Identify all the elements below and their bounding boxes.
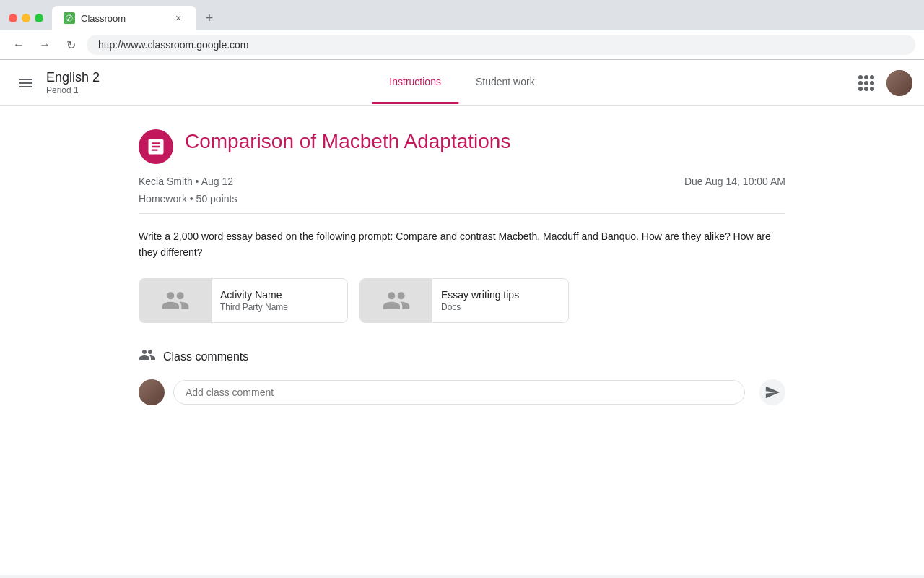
browser-chrome: Classroom × + ← → ↻ bbox=[0, 0, 924, 60]
tab-favicon bbox=[64, 12, 75, 24]
grid-dot bbox=[864, 87, 868, 91]
comment-input-row bbox=[139, 379, 785, 405]
course-period: Period 1 bbox=[46, 85, 100, 95]
attachment-type-2: Docs bbox=[441, 302, 519, 312]
app-header: English 2 Period 1 Instructions Student … bbox=[0, 60, 924, 106]
attachment-name-2: Essay writing tips bbox=[441, 289, 519, 301]
apps-button[interactable] bbox=[852, 69, 881, 98]
browser-tab[interactable]: Classroom × bbox=[52, 6, 196, 30]
tab-student-work[interactable]: Student work bbox=[458, 61, 552, 104]
divider bbox=[139, 213, 785, 214]
tab-bar: Classroom × + bbox=[52, 6, 219, 30]
menu-button[interactable] bbox=[12, 69, 40, 98]
grid-dot bbox=[864, 81, 868, 85]
comments-header: Class comments bbox=[139, 346, 785, 368]
header-tabs: Instructions Student work bbox=[372, 61, 552, 104]
assignment-due: Due Aug 14, 10:00 AM bbox=[684, 176, 785, 187]
attachment-name-1: Activity Name bbox=[220, 289, 288, 301]
grid-dot bbox=[870, 81, 874, 85]
assignment-meta: Kecia Smith • Aug 12 Due Aug 14, 10:00 A… bbox=[139, 176, 785, 187]
grid-dot bbox=[858, 81, 863, 85]
back-button[interactable]: ← bbox=[9, 35, 29, 55]
attachment-info-2: Essay writing tips Docs bbox=[432, 283, 528, 318]
traffic-lights bbox=[9, 14, 43, 22]
grid-dot bbox=[870, 87, 874, 91]
grid-dot bbox=[858, 75, 863, 79]
app: English 2 Period 1 Instructions Student … bbox=[0, 60, 924, 575]
commenter-avatar bbox=[139, 379, 165, 405]
title-bar: Classroom × + bbox=[0, 0, 924, 30]
header-actions bbox=[852, 69, 912, 98]
course-info: English 2 Period 1 bbox=[46, 70, 100, 95]
forward-button[interactable]: → bbox=[35, 35, 55, 55]
grid-dot bbox=[870, 75, 874, 79]
maximize-window-button[interactable] bbox=[35, 14, 43, 22]
grid-dot bbox=[864, 75, 868, 79]
tab-instructions[interactable]: Instructions bbox=[372, 61, 458, 104]
main-content: Comparison of Macbeth Adaptations Kecia … bbox=[116, 106, 808, 428]
course-name: English 2 bbox=[46, 70, 100, 85]
tab-title: Classroom bbox=[81, 13, 126, 24]
assignment-title: Comparison of Macbeth Adaptations bbox=[185, 129, 510, 154]
attachments: Activity Name Third Party Name Essay wri… bbox=[139, 278, 785, 323]
assignment-icon bbox=[139, 129, 173, 164]
tab-close-button[interactable]: × bbox=[172, 12, 185, 25]
grid-icon bbox=[858, 75, 874, 91]
assignment-type: Homework • 50 points bbox=[139, 193, 785, 204]
refresh-button[interactable]: ↻ bbox=[61, 35, 81, 55]
url-bar[interactable] bbox=[87, 35, 915, 55]
attachment-card-2[interactable]: Essay writing tips Docs bbox=[359, 278, 569, 323]
nav-bar: ← → ↻ bbox=[0, 30, 924, 59]
assignment-header: Comparison of Macbeth Adaptations bbox=[139, 129, 785, 164]
grid-dot bbox=[858, 87, 863, 91]
new-tab-button[interactable]: + bbox=[199, 8, 219, 28]
people-icon bbox=[139, 346, 156, 368]
user-avatar[interactable] bbox=[886, 70, 912, 96]
attachment-thumbnail-1 bbox=[139, 279, 212, 322]
comments-section: Class comments bbox=[139, 346, 785, 405]
comment-input[interactable] bbox=[186, 387, 733, 398]
assignment-description: Write a 2,000 word essay based on the fo… bbox=[139, 228, 785, 261]
avatar-image bbox=[886, 70, 912, 96]
comment-submit-button[interactable] bbox=[759, 379, 785, 405]
close-window-button[interactable] bbox=[9, 14, 17, 22]
attachment-card-1[interactable]: Activity Name Third Party Name bbox=[139, 278, 348, 323]
attachment-thumbnail-2 bbox=[360, 279, 432, 322]
attachment-info-1: Activity Name Third Party Name bbox=[212, 283, 297, 318]
minimize-window-button[interactable] bbox=[22, 14, 30, 22]
assignment-author: Kecia Smith • Aug 12 bbox=[139, 176, 233, 187]
attachment-type-1: Third Party Name bbox=[220, 302, 288, 312]
comment-input-wrapper[interactable] bbox=[173, 380, 745, 405]
comments-title: Class comments bbox=[163, 350, 248, 363]
